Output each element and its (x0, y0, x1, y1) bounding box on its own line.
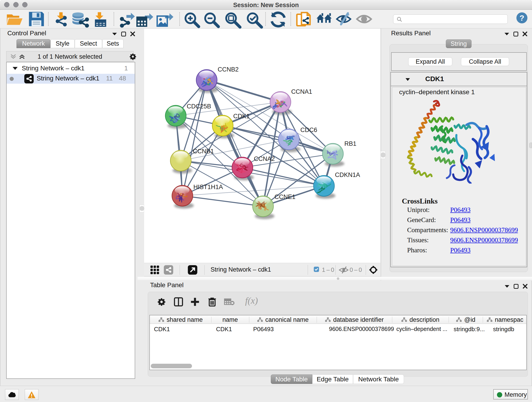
svg-text:CCNE1: CCNE1 (274, 193, 296, 200)
svg-text:CDC25B: CDC25B (187, 103, 211, 110)
svg-text:?: ? (520, 13, 525, 22)
svg-text:CDKN1A: CDKN1A (335, 172, 360, 178)
svg-text:CCNA2: CCNA2 (254, 155, 275, 162)
svg-text:CDC6: CDC6 (300, 127, 317, 133)
svg-text:CDK1: CDK1 (233, 113, 250, 120)
svg-text:HIST1H1A: HIST1H1A (193, 184, 223, 191)
svg-text:CCNB2: CCNB2 (218, 66, 239, 73)
svg-text:CCNB1: CCNB1 (193, 148, 214, 155)
svg-text:CCNA1: CCNA1 (291, 88, 312, 95)
svg-text:RB1: RB1 (344, 140, 356, 147)
